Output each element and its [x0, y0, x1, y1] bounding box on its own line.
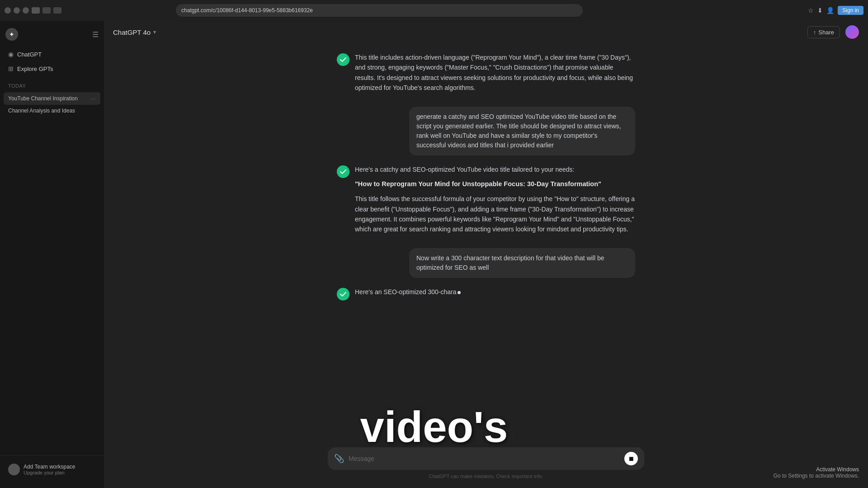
- sidebar-user-item[interactable]: Add Team workspace Upgrade your plan: [4, 460, 100, 479]
- sidebar-history: YouTube Channel Inspiration ··· Channel …: [0, 90, 104, 118]
- profile-icon[interactable]: 👤: [826, 7, 834, 14]
- explore-nav-label: Explore GPTs: [17, 66, 53, 72]
- browser-close-btn[interactable]: [5, 7, 11, 14]
- sidebar-section-today: Today: [0, 78, 104, 90]
- assistant-avatar-1: [337, 53, 349, 66]
- app-layout: ✦ ☰ ◉ ChatGPT ⊞ Explore GPTs Today YouTu…: [0, 21, 868, 488]
- history-item-channel-analysis[interactable]: Channel Analysis and Ideas: [4, 105, 100, 117]
- browser-chrome: chatgpt.com/c/10086f-d144-8013-99e5-5883…: [0, 0, 868, 21]
- browser-nav-forward[interactable]: [42, 7, 51, 14]
- user-avatar: [8, 464, 20, 475]
- send-icon: ⏹: [628, 455, 634, 462]
- send-button[interactable]: ⏹: [624, 452, 638, 465]
- download-icon[interactable]: ⬇: [817, 7, 823, 14]
- response-intro: Here's a catchy and SEO-optimized YouTub…: [355, 164, 635, 174]
- history-item-youtube-channel[interactable]: YouTube Channel Inspiration ···: [4, 92, 100, 105]
- assistant-message-2: Here's a catchy and SEO-optimized YouTub…: [337, 164, 635, 239]
- assistant-message-typing: Here's an SEO-optimized 300-chara: [337, 287, 635, 300]
- sidebar-top: ✦ ☰: [0, 25, 104, 45]
- input-area: 📎 ⏹ ChatGPT can make mistakes. Check imp…: [104, 442, 868, 488]
- share-button[interactable]: ↑ Share: [807, 26, 840, 38]
- top-bar: ChatGPT 4o ▾ ↑ Share: [104, 21, 868, 43]
- sidebar-logo[interactable]: ✦: [5, 28, 18, 41]
- user-profile-avatar[interactable]: [845, 25, 859, 39]
- sidebar: ✦ ☰ ◉ ChatGPT ⊞ Explore GPTs Today YouTu…: [0, 21, 104, 488]
- typing-cursor: [458, 291, 461, 294]
- assistant-avatar-3: [337, 288, 349, 300]
- history-label-2: Channel Analysis and Ideas: [8, 108, 75, 114]
- sidebar-nav: ◉ ChatGPT ⊞ Explore GPTs: [0, 45, 104, 78]
- model-name: ChatGPT 4o: [113, 28, 151, 36]
- signin-button[interactable]: Sign in: [838, 6, 863, 15]
- browser-controls: [5, 7, 61, 14]
- assistant-avatar-2: [337, 165, 349, 178]
- attach-button[interactable]: 📎: [334, 454, 344, 464]
- attach-icon: 📎: [334, 454, 344, 464]
- explore-nav-icon: ⊞: [8, 65, 14, 72]
- bookmark-icon[interactable]: ☆: [808, 7, 814, 14]
- svg-point-0: [337, 53, 349, 66]
- user-bubble-1: generate a catchy and SEO optimized YouT…: [409, 107, 635, 155]
- video-title-text: "How to Reprogram Your Mind for Unstoppa…: [355, 179, 635, 189]
- user-workspace-label: Add Team workspace: [24, 464, 75, 470]
- assistant-message-1: This title includes action-driven langua…: [337, 52, 635, 98]
- user-text-1: generate a catchy and SEO optimized YouT…: [416, 113, 621, 149]
- top-bar-right: ↑ Share: [807, 25, 859, 39]
- message-container: This title includes action-driven langua…: [328, 52, 644, 310]
- user-bubble-2: Now write a 300 character text descripti…: [409, 248, 635, 278]
- user-sub-label: Upgrade your plan: [24, 470, 75, 475]
- assistant-text-2: Here's a catchy and SEO-optimized YouTub…: [355, 164, 635, 239]
- browser-right-controls: ☆ ⬇ 👤 Sign in: [808, 6, 863, 15]
- sidebar-menu-icon[interactable]: ☰: [92, 30, 99, 39]
- message-input[interactable]: [349, 453, 620, 464]
- main-content: ChatGPT 4o ▾ ↑ Share: [104, 21, 868, 488]
- assistant-intro-text: This title includes action-driven langua…: [355, 52, 635, 93]
- browser-nav-back[interactable]: [32, 7, 40, 14]
- history-dots-1[interactable]: ···: [90, 95, 96, 102]
- chat-area[interactable]: This title includes action-driven langua…: [104, 43, 868, 442]
- model-selector[interactable]: ChatGPT 4o ▾: [113, 28, 156, 36]
- history-label-1: YouTube Channel Inspiration: [8, 95, 78, 102]
- response-body: This title follows the successful formul…: [355, 194, 635, 235]
- user-message-2: Now write a 300 character text descripti…: [337, 248, 635, 278]
- assistant-typing-text: Here's an SEO-optimized 300-chara: [355, 287, 635, 297]
- svg-point-2: [337, 288, 349, 300]
- logo-icon: ✦: [9, 31, 14, 38]
- sidebar-bottom: Add Team workspace Upgrade your plan: [0, 455, 104, 483]
- user-info: Add Team workspace Upgrade your plan: [24, 464, 75, 475]
- typing-text: Here's an SEO-optimized 300-chara: [355, 288, 456, 296]
- user-message-1: generate a catchy and SEO optimized YouT…: [337, 107, 635, 155]
- address-bar[interactable]: chatgpt.com/c/10086f-d144-8013-99e5-5883…: [176, 4, 583, 17]
- browser-maximize-btn[interactable]: [23, 7, 29, 14]
- model-chevron-icon: ▾: [153, 29, 156, 35]
- url-text: chatgpt.com/c/10086f-d144-8013-99e5-5883…: [181, 7, 313, 14]
- share-label: Share: [818, 29, 834, 36]
- user-text-2: Now write a 300 character text descripti…: [416, 254, 604, 271]
- browser-nav-refresh[interactable]: [53, 7, 61, 14]
- share-icon: ↑: [813, 29, 816, 36]
- disclaimer-text: ChatGPT can make mistakes. Check importa…: [328, 474, 644, 479]
- browser-minimize-btn[interactable]: [14, 7, 20, 14]
- sidebar-item-chatgpt[interactable]: ◉ ChatGPT: [4, 47, 100, 61]
- sidebar-item-explore-gpts[interactable]: ⊞ Explore GPTs: [4, 61, 100, 76]
- svg-point-1: [337, 165, 349, 178]
- chatgpt-nav-icon: ◉: [8, 51, 14, 58]
- input-container: 📎 ⏹: [328, 447, 644, 470]
- chatgpt-nav-label: ChatGPT: [17, 51, 42, 58]
- assistant-text-1: This title includes action-driven langua…: [355, 52, 635, 98]
